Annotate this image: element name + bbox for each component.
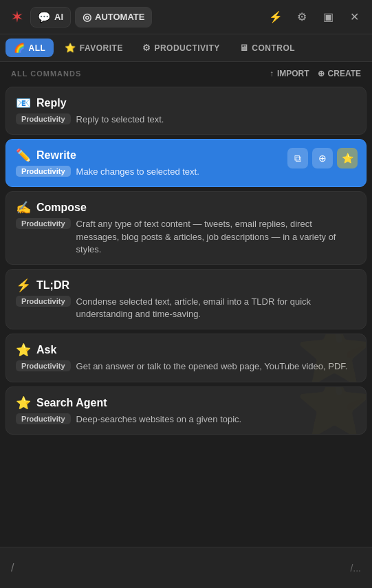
- ai-nav-btn[interactable]: 💬 AI: [30, 7, 71, 28]
- close-icon-btn[interactable]: ✕: [343, 6, 365, 28]
- command-rewrite[interactable]: ✏️ Rewrite Productivity Make changes to …: [6, 139, 366, 187]
- command-tldr[interactable]: ⚡ TL;DR Productivity Condense selected t…: [6, 269, 366, 329]
- search-agent-tag: Productivity: [16, 413, 71, 424]
- reply-desc: Reply to selected text.: [76, 113, 356, 126]
- tab-productivity-label: PRODUCTIVITY: [154, 43, 219, 53]
- reply-title: Reply: [36, 97, 67, 109]
- ask-title: Ask: [36, 344, 56, 356]
- bottom-bar: /...: [0, 547, 372, 588]
- ask-watermark: ⭐: [296, 334, 366, 382]
- search-agent-emoji: ⭐: [16, 395, 31, 411]
- top-nav: ✶ 💬 AI ◎ AUTOMATE ⚡ ⚙ ▣ ✕: [0, 0, 372, 34]
- header-actions: ↑ IMPORT ⊕ CREATE: [270, 69, 361, 78]
- import-button[interactable]: ↑ IMPORT: [270, 69, 309, 78]
- automate-icon: ◎: [83, 11, 91, 23]
- copy-action-icon[interactable]: ⧉: [287, 148, 308, 168]
- automate-label: AUTOMATE: [95, 12, 144, 22]
- layout-icon-btn[interactable]: ▣: [317, 6, 339, 28]
- tldr-desc: Condense selected text, article, email i…: [76, 296, 356, 320]
- search-agent-title: Search Agent: [36, 397, 107, 409]
- command-search-agent[interactable]: ⭐ Search Agent Productivity Deep-searche…: [6, 386, 366, 435]
- search-agent-desc: Deep-searches websites on a given topic.: [76, 413, 356, 426]
- settings-icon-btn[interactable]: ⚙: [291, 6, 313, 28]
- tab-productivity[interactable]: ⚙ PRODUCTIVITY: [134, 39, 228, 57]
- commands-list: 📧 Reply Productivity Reply to selected t…: [0, 84, 372, 527]
- reply-tag: Productivity: [16, 113, 71, 124]
- command-compose[interactable]: ✍️ Compose Productivity Craft any type o…: [6, 191, 366, 265]
- create-label: CREATE: [328, 69, 361, 78]
- reply-emoji: 📧: [16, 96, 31, 111]
- tldr-tag: Productivity: [16, 296, 71, 307]
- tab-favorite-label: FAVORITE: [80, 43, 123, 53]
- lightning-icon-btn[interactable]: ⚡: [265, 6, 287, 28]
- star-action-icon[interactable]: ⭐: [337, 148, 358, 168]
- tab-all[interactable]: 🌈 ALL: [6, 39, 54, 57]
- ask-emoji: ⭐: [16, 342, 31, 358]
- all-tab-icon: 🌈: [14, 43, 25, 53]
- ask-desc: Get an answer or talk to the opened web …: [76, 360, 356, 373]
- ai-chat-icon: 💬: [38, 11, 51, 23]
- expand-action-icon[interactable]: ⊕: [312, 148, 333, 168]
- tldr-emoji: ⚡: [16, 278, 31, 293]
- filter-tabs-bar: 🌈 ALL ⭐ FAVORITE ⚙ PRODUCTIVITY 🖥 CONTRO…: [0, 34, 372, 62]
- search-agent-watermark: ⭐: [296, 386, 366, 435]
- tldr-title: TL;DR: [36, 279, 69, 292]
- command-input[interactable]: [11, 562, 350, 574]
- create-icon: ⊕: [318, 69, 325, 78]
- rewrite-card-actions: ⧉ ⊕ ⭐: [287, 148, 358, 168]
- compose-tag: Productivity: [16, 218, 71, 229]
- command-reply[interactable]: 📧 Reply Productivity Reply to selected t…: [6, 87, 366, 135]
- rewrite-title: Rewrite: [36, 149, 76, 162]
- ask-tag: Productivity: [16, 360, 71, 371]
- automate-nav-btn[interactable]: ◎ AUTOMATE: [75, 7, 152, 28]
- ai-label: AI: [54, 12, 63, 22]
- tab-control-label: CONTROL: [252, 43, 295, 53]
- compose-desc: Craft any type of text content — tweets,…: [76, 218, 356, 256]
- rewrite-tag: Productivity: [16, 166, 71, 177]
- command-ask[interactable]: ⭐ Ask Productivity Get an answer or talk…: [6, 334, 366, 382]
- compose-title: Compose: [36, 202, 87, 214]
- control-tab-icon: 🖥: [239, 43, 249, 53]
- favorite-tab-icon: ⭐: [65, 43, 76, 53]
- commands-header: ALL COMMANDS ↑ IMPORT ⊕ CREATE: [0, 62, 372, 84]
- compose-emoji: ✍️: [16, 200, 31, 215]
- rewrite-emoji: ✏️: [16, 148, 31, 163]
- tab-control[interactable]: 🖥 CONTROL: [231, 39, 303, 57]
- import-icon: ↑: [270, 69, 274, 78]
- import-label: IMPORT: [277, 69, 309, 78]
- productivity-tab-icon: ⚙: [142, 43, 151, 53]
- app-logo: ✶: [7, 8, 26, 27]
- create-button[interactable]: ⊕ CREATE: [318, 69, 361, 78]
- tab-all-label: ALL: [29, 43, 46, 53]
- commands-label: ALL COMMANDS: [11, 69, 81, 78]
- tab-favorite[interactable]: ⭐ FAVORITE: [56, 39, 131, 57]
- ellipsis-button[interactable]: /...: [350, 563, 361, 574]
